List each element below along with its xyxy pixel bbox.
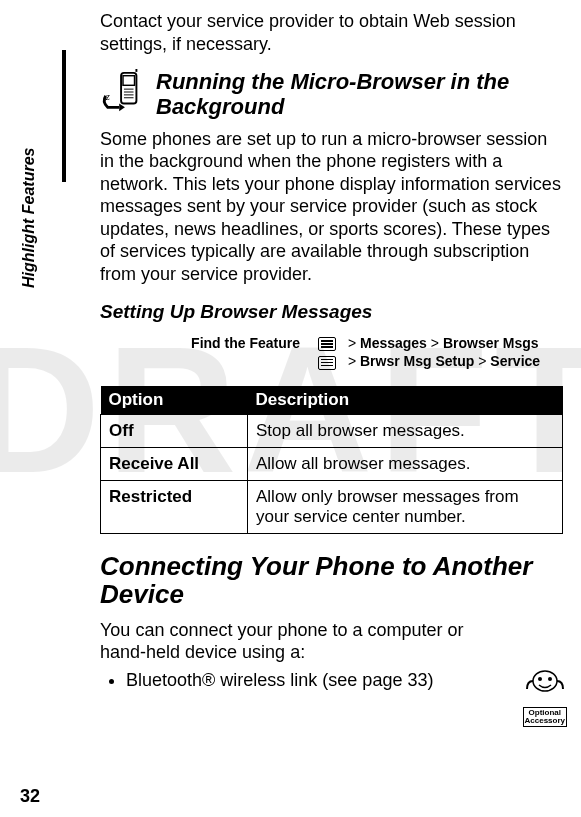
nav-item: Brwsr Msg Setup bbox=[360, 353, 474, 369]
nav-path-2: > Brwsr Msg Setup > Service bbox=[318, 353, 540, 369]
phone-arrow-icon: z bbox=[100, 69, 146, 119]
option-desc: Allow all browser messages. bbox=[248, 447, 563, 480]
svg-rect-1 bbox=[123, 76, 135, 86]
find-feature-row-2: > Brwsr Msg Setup > Service bbox=[100, 353, 563, 369]
gt: > bbox=[478, 353, 486, 369]
list-item: Bluetooth® wireless link (see page 33) bbox=[126, 670, 563, 691]
find-feature-label-empty bbox=[100, 353, 318, 369]
micro-browser-body: Some phones are set up to run a micro-br… bbox=[100, 128, 563, 286]
gt: > bbox=[348, 335, 356, 351]
option-name: Receive All bbox=[101, 447, 248, 480]
svg-point-11 bbox=[548, 677, 552, 681]
gt: > bbox=[348, 353, 356, 369]
col-option: Option bbox=[101, 386, 248, 415]
svg-marker-7 bbox=[119, 104, 125, 112]
setup-heading: Setting Up Browser Messages bbox=[100, 301, 563, 323]
nav-item: Browser Msgs bbox=[443, 335, 539, 351]
options-table: Option Description Off Stop all browser … bbox=[100, 386, 563, 534]
table-row: Receive All Allow all browser messages. bbox=[101, 447, 563, 480]
connect-bullets: Bluetooth® wireless link (see page 33) bbox=[100, 670, 563, 691]
option-desc: Allow only browser messages from your se… bbox=[248, 480, 563, 533]
accessory-label-2: Accessory bbox=[525, 717, 565, 725]
option-name: Off bbox=[101, 414, 248, 447]
option-desc: Stop all browser messages. bbox=[248, 414, 563, 447]
connect-body-wrap: You can connect your phone to a computer… bbox=[100, 619, 563, 691]
intro-paragraph: Contact your service provider to obtain … bbox=[100, 10, 563, 55]
nav-item: Service bbox=[490, 353, 540, 369]
micro-browser-heading-row: z Running the Micro-Browser in the Backg… bbox=[100, 69, 563, 120]
svg-text:z: z bbox=[105, 91, 110, 102]
optional-accessory-icon: Optional Accessory bbox=[523, 667, 567, 727]
col-description: Description bbox=[248, 386, 563, 415]
find-feature-row-1: Find the Feature > Messages > Browser Ms… bbox=[100, 335, 563, 351]
option-name: Restricted bbox=[101, 480, 248, 533]
find-feature-label: Find the Feature bbox=[100, 335, 318, 351]
nav-path-1: > Messages > Browser Msgs bbox=[318, 335, 539, 351]
menu-key-icon bbox=[318, 356, 336, 370]
menu-key-icon bbox=[318, 337, 336, 351]
nav-item: Messages bbox=[360, 335, 427, 351]
page-content: Contact your service provider to obtain … bbox=[0, 0, 581, 817]
gt: > bbox=[431, 335, 439, 351]
table-row: Restricted Allow only browser messages f… bbox=[101, 480, 563, 533]
table-row: Off Stop all browser messages. bbox=[101, 414, 563, 447]
connect-body: You can connect your phone to a computer… bbox=[100, 619, 563, 664]
connect-heading: Connecting Your Phone to Another Device bbox=[100, 552, 563, 609]
svg-point-10 bbox=[538, 677, 542, 681]
micro-browser-heading: Running the Micro-Browser in the Backgro… bbox=[156, 69, 563, 120]
